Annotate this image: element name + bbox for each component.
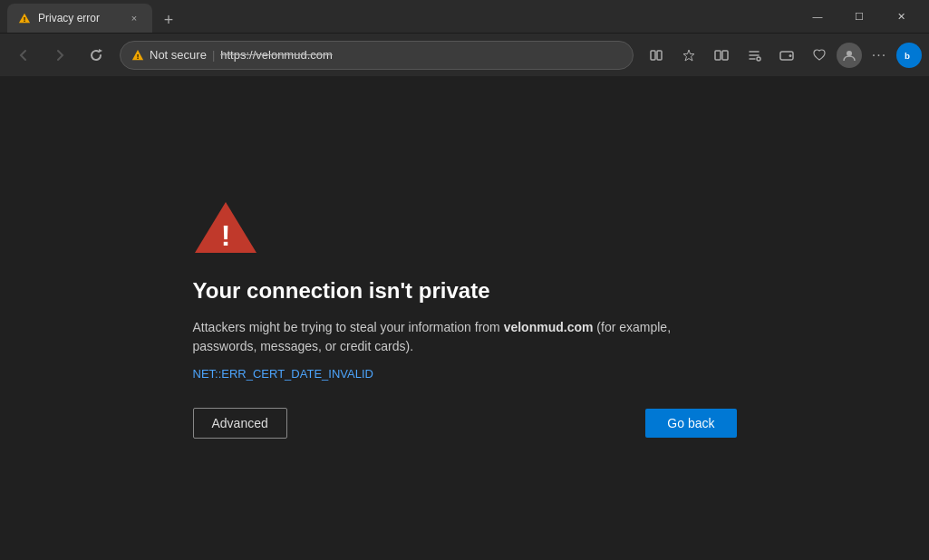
- favorites-button[interactable]: [673, 40, 704, 71]
- svg-marker-7: [683, 50, 694, 61]
- profile-icon: [842, 48, 856, 63]
- heart-button[interactable]: [804, 40, 835, 71]
- main-content: ! Your connection isn't private Attacker…: [0, 76, 929, 560]
- not-secure-icon: !: [131, 49, 144, 62]
- wallet-icon: [779, 48, 794, 63]
- window-controls: — ☐ ✕: [797, 2, 922, 31]
- security-label: Not secure: [150, 48, 207, 62]
- more-dots-icon: ···: [872, 47, 886, 63]
- warning-triangle-icon: !: [193, 198, 258, 256]
- go-back-button[interactable]: Go back: [645, 409, 736, 438]
- advanced-button[interactable]: Advanced: [193, 408, 287, 439]
- svg-point-13: [847, 51, 852, 56]
- error-description: Attackers might be trying to steal your …: [193, 318, 737, 356]
- navbar: ! Not secure | https://velonmud.com: [0, 33, 929, 76]
- svg-text:!: !: [220, 219, 230, 252]
- svg-point-12: [789, 54, 792, 57]
- split-screen-button[interactable]: [706, 40, 737, 71]
- wallet-button[interactable]: [771, 40, 802, 71]
- reader-mode-icon: [649, 48, 663, 63]
- bing-icon: b: [903, 49, 915, 62]
- heart-icon: [812, 48, 827, 63]
- address-separator: |: [212, 48, 215, 62]
- svg-rect-9: [722, 51, 728, 60]
- tab-title: Privacy error: [38, 12, 120, 24]
- back-button[interactable]: [7, 39, 40, 72]
- star-icon: [682, 48, 696, 63]
- svg-rect-8: [715, 51, 721, 60]
- svg-point-10: [757, 57, 760, 61]
- button-row: Advanced Go back: [193, 408, 737, 439]
- url-display: https://velonmud.com: [220, 48, 333, 62]
- tab-warning-icon: !: [18, 12, 31, 24]
- collections-icon: [747, 48, 761, 63]
- reader-mode-button[interactable]: [641, 40, 672, 71]
- back-icon: [16, 48, 31, 63]
- maximize-button[interactable]: ☐: [838, 2, 880, 31]
- warning-icon-container: !: [193, 198, 258, 260]
- svg-rect-5: [651, 51, 655, 60]
- titlebar: ! Privacy error × + — ☐ ✕: [0, 0, 929, 33]
- refresh-button[interactable]: [80, 39, 112, 72]
- domain-name: velonmud.com: [504, 320, 594, 334]
- svg-text:!: !: [24, 15, 26, 24]
- description-start: Attackers might be trying to steal your …: [193, 320, 504, 334]
- svg-marker-2: [99, 49, 102, 53]
- svg-text:b: b: [905, 50, 910, 60]
- close-button[interactable]: ✕: [880, 2, 922, 31]
- collections-button[interactable]: [739, 40, 769, 71]
- error-container: ! Your connection isn't private Attacker…: [193, 198, 737, 439]
- tab-area: ! Privacy error × +: [7, 0, 797, 33]
- error-title: Your connection isn't private: [193, 278, 490, 304]
- svg-text:!: !: [137, 53, 140, 61]
- active-tab[interactable]: ! Privacy error ×: [7, 4, 152, 33]
- minimize-button[interactable]: —: [797, 2, 838, 31]
- profile-button[interactable]: [837, 43, 862, 68]
- refresh-icon: [89, 48, 103, 63]
- split-screen-icon: [714, 48, 729, 63]
- toolbar-icons: ··· b: [641, 40, 922, 71]
- bing-button[interactable]: b: [896, 43, 922, 68]
- address-bar[interactable]: ! Not secure | https://velonmud.com: [120, 41, 634, 70]
- forward-button[interactable]: [44, 39, 76, 72]
- more-menu-button[interactable]: ···: [864, 40, 895, 71]
- forward-icon: [53, 48, 67, 63]
- svg-rect-6: [657, 51, 662, 60]
- tab-close-button[interactable]: ×: [127, 11, 141, 25]
- error-code: NET::ERR_CERT_DATE_INVALID: [193, 367, 373, 381]
- new-tab-button[interactable]: +: [156, 7, 181, 33]
